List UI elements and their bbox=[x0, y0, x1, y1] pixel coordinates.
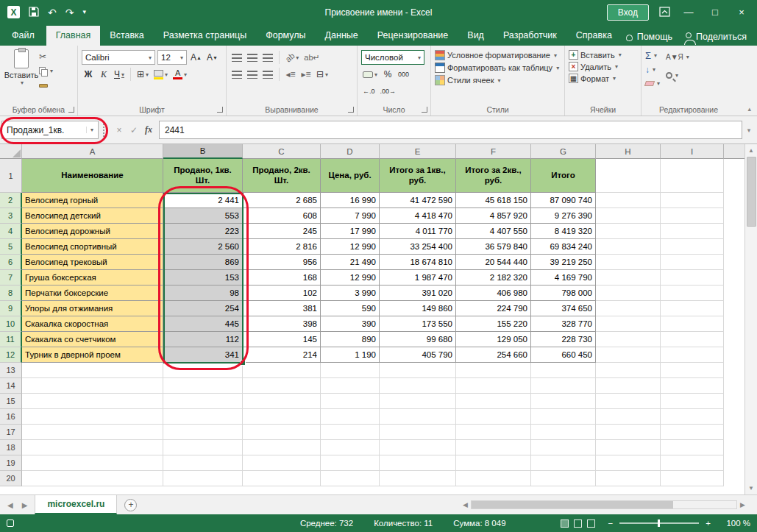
cell-F3[interactable]: 4 857 920 bbox=[456, 208, 531, 224]
cell-I13[interactable] bbox=[661, 363, 724, 378]
confirm-entry-icon[interactable]: ✓ bbox=[127, 125, 141, 135]
cell-E1[interactable]: Итого за 1кв., руб. bbox=[380, 159, 456, 193]
cell-G1[interactable]: Итого bbox=[531, 159, 596, 193]
accounting-format-button[interactable]: ▾ bbox=[361, 67, 379, 82]
cell-H8[interactable] bbox=[596, 285, 661, 301]
cell-H9[interactable] bbox=[596, 301, 661, 316]
cell-G6[interactable]: 39 219 250 bbox=[531, 255, 596, 270]
scroll-left-icon[interactable]: ◀ bbox=[463, 501, 468, 508]
tab-insert[interactable]: Вставка bbox=[100, 26, 153, 46]
select-all-corner[interactable] bbox=[0, 144, 22, 159]
format-painter-button[interactable] bbox=[39, 80, 53, 91]
maximize-button[interactable]: □ bbox=[707, 7, 723, 18]
cell-G18[interactable] bbox=[531, 440, 596, 455]
decrease-indent-button[interactable]: ◂≡ bbox=[284, 67, 297, 82]
cell-A14[interactable] bbox=[22, 378, 163, 394]
row-header-17[interactable]: 17 bbox=[0, 425, 22, 440]
cell-E10[interactable]: 173 550 bbox=[380, 316, 456, 332]
cell-H7[interactable] bbox=[596, 270, 661, 285]
cell-E11[interactable]: 99 680 bbox=[380, 332, 456, 347]
cell-I15[interactable] bbox=[661, 394, 724, 409]
cell-I14[interactable] bbox=[661, 378, 724, 394]
cell-D15[interactable] bbox=[321, 394, 380, 409]
row-header-20[interactable]: 20 bbox=[0, 471, 22, 486]
row-header-15[interactable]: 15 bbox=[0, 394, 22, 409]
share-button[interactable]: Поделиться bbox=[686, 32, 747, 42]
cell-B9[interactable]: 254 bbox=[163, 301, 243, 316]
cell-F20[interactable] bbox=[456, 471, 531, 486]
cell-A20[interactable] bbox=[22, 471, 163, 486]
dialog-launcher-icon[interactable] bbox=[422, 107, 427, 113]
italic-button[interactable]: К bbox=[97, 67, 110, 82]
zoom-slider-thumb[interactable] bbox=[658, 519, 660, 527]
cell-A18[interactable] bbox=[22, 440, 163, 455]
cell-H20[interactable] bbox=[596, 471, 661, 486]
cell-B10[interactable]: 445 bbox=[163, 316, 243, 332]
cell-E15[interactable] bbox=[380, 394, 456, 409]
tab-data[interactable]: Данные bbox=[316, 26, 368, 46]
tab-review[interactable]: Рецензирование bbox=[368, 26, 458, 46]
cell-I17[interactable] bbox=[661, 425, 724, 440]
cell-E13[interactable] bbox=[380, 363, 456, 378]
cell-B2[interactable]: 2 441 bbox=[163, 193, 243, 208]
comma-style-button[interactable]: 000 bbox=[397, 67, 411, 82]
percent-style-button[interactable]: % bbox=[381, 67, 394, 82]
row-header-9[interactable]: 9 bbox=[0, 301, 22, 316]
cell-A9[interactable]: Упоры для отжимания bbox=[22, 301, 163, 316]
sheet-nav-next-icon[interactable]: ▶ bbox=[22, 501, 28, 509]
minimize-button[interactable]: — bbox=[680, 7, 697, 18]
cell-B12[interactable]: 341 bbox=[163, 347, 243, 363]
cell-C4[interactable]: 245 bbox=[243, 224, 321, 239]
row-header-7[interactable]: 7 bbox=[0, 270, 22, 285]
close-button[interactable]: × bbox=[733, 7, 750, 18]
sort-filter-button[interactable]: А▼Я▾ bbox=[666, 52, 689, 63]
cell-G10[interactable]: 328 770 bbox=[531, 316, 596, 332]
zoom-out-icon[interactable]: − bbox=[608, 519, 614, 528]
font-size-select[interactable]: 12▾ bbox=[157, 50, 187, 65]
cell-G20[interactable] bbox=[531, 471, 596, 486]
cell-B17[interactable] bbox=[163, 425, 243, 440]
cell-B7[interactable]: 153 bbox=[163, 270, 243, 285]
cell-A11[interactable]: Скакалка со счетчиком bbox=[22, 332, 163, 347]
column-header-D[interactable]: D bbox=[321, 144, 380, 159]
cell-F9[interactable]: 224 790 bbox=[456, 301, 531, 316]
zoom-in-icon[interactable]: + bbox=[706, 519, 711, 528]
cell-E16[interactable] bbox=[380, 409, 456, 425]
cell-H12[interactable] bbox=[596, 347, 661, 363]
cell-F2[interactable]: 45 618 150 bbox=[456, 193, 531, 208]
vertical-scrollbar[interactable]: ▲ ▼ bbox=[744, 144, 757, 494]
cell-H11[interactable] bbox=[596, 332, 661, 347]
cell-A4[interactable]: Велосипед дорожный bbox=[22, 224, 163, 239]
cell-C12[interactable]: 214 bbox=[243, 347, 321, 363]
cell-D10[interactable]: 390 bbox=[321, 316, 380, 332]
cell-H15[interactable] bbox=[596, 394, 661, 409]
dialog-launcher-icon[interactable] bbox=[348, 107, 354, 113]
cell-F17[interactable] bbox=[456, 425, 531, 440]
cell-I10[interactable] bbox=[661, 316, 724, 332]
cell-I1[interactable] bbox=[661, 159, 724, 193]
cell-A13[interactable] bbox=[22, 363, 163, 378]
formula-input[interactable]: 2441 bbox=[159, 121, 742, 139]
cell-F14[interactable] bbox=[456, 378, 531, 394]
cell-C9[interactable]: 381 bbox=[243, 301, 321, 316]
cell-A10[interactable]: Скакалка скоростная bbox=[22, 316, 163, 332]
ribbon-display-options-icon[interactable] bbox=[659, 7, 670, 18]
column-header-A[interactable]: A bbox=[22, 144, 163, 159]
cell-D14[interactable] bbox=[321, 378, 380, 394]
format-as-table-button[interactable]: Форматировать как таблицу ▾ bbox=[435, 63, 561, 73]
cell-D5[interactable]: 12 990 bbox=[321, 239, 380, 255]
cell-H14[interactable] bbox=[596, 378, 661, 394]
undo-icon[interactable]: ↶ bbox=[48, 7, 57, 18]
fill-button[interactable]: ↓▾ bbox=[645, 64, 660, 75]
number-format-select[interactable]: Числовой▾ bbox=[361, 50, 424, 65]
cell-C18[interactable] bbox=[243, 440, 321, 455]
cell-F10[interactable]: 155 220 bbox=[456, 316, 531, 332]
wrap-text-button[interactable]: ab↵ bbox=[302, 50, 321, 65]
row-header-6[interactable]: 6 bbox=[0, 255, 22, 270]
cell-D18[interactable] bbox=[321, 440, 380, 455]
cell-F5[interactable]: 36 579 840 bbox=[456, 239, 531, 255]
cell-C3[interactable]: 608 bbox=[243, 208, 321, 224]
cell-F15[interactable] bbox=[456, 394, 531, 409]
cell-D2[interactable]: 16 990 bbox=[321, 193, 380, 208]
row-header-4[interactable]: 4 bbox=[0, 224, 22, 239]
